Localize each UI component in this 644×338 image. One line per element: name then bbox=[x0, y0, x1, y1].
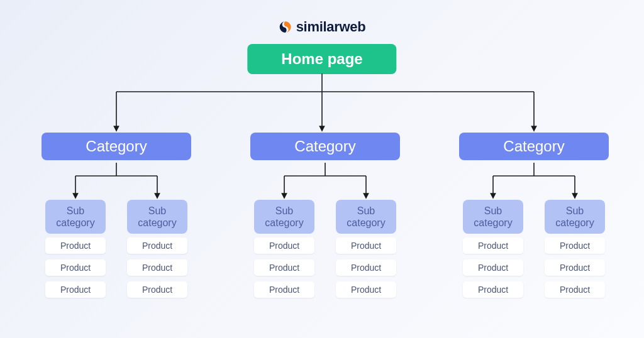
product-node: Product bbox=[45, 237, 106, 254]
subcategory-node: Subcategory bbox=[127, 200, 187, 234]
product-node: Product bbox=[336, 281, 396, 298]
subcategory-label: Subcategory bbox=[265, 205, 303, 228]
root-node-home-page: Home page bbox=[247, 44, 396, 74]
product-node: Product bbox=[463, 281, 523, 298]
product-node: Product bbox=[127, 259, 187, 276]
product-node: Product bbox=[254, 237, 314, 254]
similarweb-logo-icon bbox=[279, 20, 292, 34]
product-node: Product bbox=[336, 237, 396, 254]
product-node: Product bbox=[463, 259, 523, 276]
product-node: Product bbox=[127, 281, 187, 298]
subcategory-node: Subcategory bbox=[254, 200, 314, 234]
product-node: Product bbox=[127, 237, 187, 254]
subcategory-label: Subcategory bbox=[56, 205, 94, 228]
category-node: Category bbox=[250, 133, 400, 160]
product-node: Product bbox=[545, 281, 605, 298]
product-node: Product bbox=[254, 259, 314, 276]
subcategory-node: Subcategory bbox=[45, 200, 106, 234]
subcategory-label: Subcategory bbox=[138, 205, 176, 228]
product-node: Product bbox=[45, 281, 106, 298]
product-node: Product bbox=[463, 237, 523, 254]
product-node: Product bbox=[545, 259, 605, 276]
category-node: Category bbox=[42, 133, 191, 160]
category-node: Category bbox=[459, 133, 609, 160]
subcategory-label: Subcategory bbox=[474, 205, 512, 228]
subcategory-node: Subcategory bbox=[336, 200, 396, 234]
subcategory-label: Subcategory bbox=[347, 205, 385, 228]
subcategory-node: Subcategory bbox=[545, 200, 605, 234]
product-node: Product bbox=[45, 259, 106, 276]
product-node: Product bbox=[336, 259, 396, 276]
brand-logo: similarweb bbox=[279, 19, 366, 35]
product-node: Product bbox=[545, 237, 605, 254]
subcategory-node: Subcategory bbox=[463, 200, 523, 234]
brand-name: similarweb bbox=[296, 19, 366, 35]
subcategory-label: Subcategory bbox=[555, 205, 594, 228]
product-node: Product bbox=[254, 281, 314, 298]
